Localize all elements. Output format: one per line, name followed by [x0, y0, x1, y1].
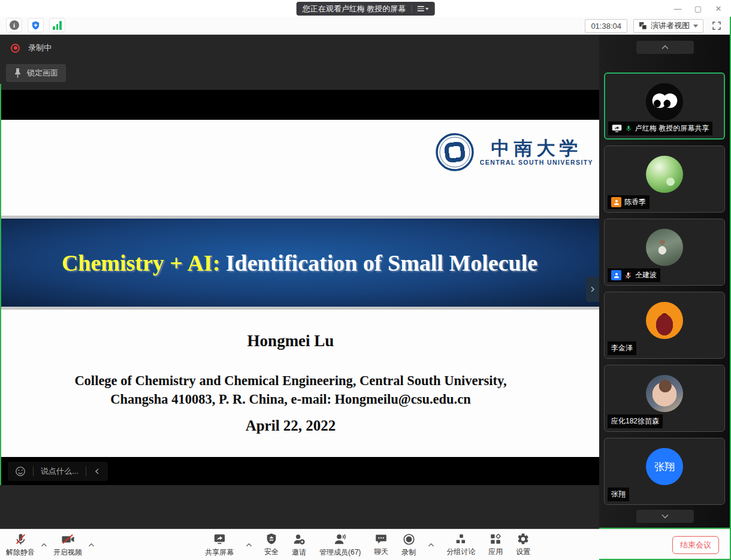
window-controls: — ▢ ✕ [667, 0, 729, 17]
view-mode-selector[interactable]: 演讲者视图 [633, 19, 703, 33]
collapse-chat-button[interactable] [93, 468, 101, 475]
participant-tile[interactable]: 卢红梅 教授的屏幕共享 [604, 72, 725, 140]
maximize-button[interactable]: ▢ [688, 0, 708, 17]
breakout-rooms-label: 分组讨论 [446, 547, 475, 557]
avatar [646, 156, 683, 193]
chat-button[interactable]: 聊天 [371, 529, 391, 560]
slide-title-banner: Chemistry + AI: Identification of Small … [0, 219, 599, 307]
affiliation-line1: College of Chemistry and Chemical Engine… [0, 371, 581, 390]
share-frame-left [0, 84, 1, 485]
member-badge-icon [611, 197, 621, 207]
mic-options-button[interactable] [40, 529, 49, 560]
chat-label: 聊天 [374, 547, 388, 557]
layout-icon [639, 22, 647, 30]
participant-name: 陈香季 [624, 197, 646, 207]
record-icon [402, 532, 416, 546]
participant-tile[interactable]: 李金泽 [604, 292, 725, 359]
affiliation-line2: Changsha 410083, P. R. China, e-mail: Ho… [0, 390, 581, 408]
breakout-rooms-button[interactable]: 分组讨论 [444, 529, 478, 560]
recording-dot-icon [11, 44, 20, 53]
manage-members-button[interactable]: 管理成员(67) [317, 529, 363, 560]
record-options-button[interactable] [427, 529, 436, 560]
manage-members-label: 管理成员(67) [319, 547, 361, 558]
share-screen-button[interactable]: 共享屏幕 [203, 529, 236, 560]
member-badge-icon [611, 270, 621, 280]
banner-menu-icon[interactable] [417, 6, 428, 11]
chat-input-placeholder[interactable]: 说点什么... [41, 466, 78, 477]
participants-panel: 卢红梅 教授的屏幕共享 陈香季 仝建波 [599, 35, 731, 529]
record-label: 录制 [401, 547, 416, 558]
shared-screen-area: 中南大学 CENTRAL SOUTH UNIVERSITY Chemistry … [0, 35, 599, 529]
fullscreen-button[interactable] [709, 19, 724, 33]
share-options-button[interactable] [244, 529, 253, 560]
scroll-up-button[interactable] [636, 41, 694, 54]
letterbox-bottom: 说点什么... [0, 457, 599, 485]
start-video-button[interactable]: 开启视频 [51, 529, 84, 560]
record-button[interactable]: 录制 [399, 529, 418, 560]
participant-name: 张翔 [611, 489, 626, 500]
mic-on-icon [625, 125, 632, 132]
recording-indicator: 录制中 [11, 43, 52, 53]
apps-button[interactable]: 应用 [486, 529, 505, 560]
avatar [646, 229, 683, 266]
slide-title-accent: Chemistry + AI: [62, 250, 220, 276]
chevron-up-icon [246, 543, 252, 547]
info-icon: i [10, 20, 19, 30]
divider [411, 5, 412, 13]
participant-tile[interactable]: 应化182徐苗森 [604, 365, 725, 432]
meeting-info-button[interactable]: i [6, 18, 22, 32]
share-screen-label: 共享屏幕 [205, 547, 234, 558]
security-button[interactable] [28, 18, 44, 32]
avatar-initials: 张翔 [654, 460, 675, 474]
chevron-right-icon [589, 286, 596, 293]
participant-name: 应化182徐苗森 [611, 416, 659, 426]
mic-muted-icon [624, 271, 632, 280]
security-toolbar-button[interactable]: 安全 [262, 529, 281, 560]
divider [86, 467, 86, 476]
slide-date: April 22, 2022 [0, 417, 581, 434]
video-options-button[interactable] [87, 529, 96, 560]
divider [33, 467, 34, 476]
fullscreen-icon [711, 20, 722, 31]
breakout-rooms-icon [454, 532, 467, 546]
presentation-slide: 中南大学 CENTRAL SOUTH UNIVERSITY Chemistry … [0, 120, 599, 457]
csu-name-cn: 中南大学 [491, 138, 582, 159]
panel-toggle-button[interactable] [586, 277, 599, 302]
members-icon [333, 532, 347, 546]
apps-label: 应用 [488, 547, 503, 557]
participant-tile[interactable]: 陈香季 [604, 146, 725, 213]
participant-name: 李金泽 [611, 343, 633, 353]
lock-view-label: 锁定画面 [27, 68, 58, 78]
csu-seal-icon [436, 133, 474, 171]
caret-down-icon [425, 8, 428, 10]
chevron-up-icon [41, 543, 47, 547]
end-meeting-button[interactable]: 结束会议 [672, 536, 719, 554]
share-screen-icon [213, 532, 226, 546]
participant-tile[interactable]: 仝建波 [604, 219, 725, 286]
recording-label: 录制中 [28, 43, 52, 53]
unmute-button[interactable]: 解除静音 [4, 529, 37, 560]
scroll-down-button[interactable] [636, 510, 694, 523]
unmute-label: 解除静音 [6, 547, 35, 558]
avatar [646, 375, 683, 412]
letterbox-top [0, 90, 599, 120]
avatar: 张翔 [646, 448, 683, 485]
minimize-button[interactable]: — [667, 0, 688, 17]
shield-icon [265, 532, 278, 546]
shield-plus-icon [31, 20, 41, 31]
participant-tile[interactable]: 张翔 张翔 [604, 438, 725, 505]
csu-name-en: CENTRAL SOUTH UNIVERSITY [480, 159, 593, 166]
emoji-button[interactable] [15, 466, 26, 477]
network-stats-button[interactable] [49, 18, 65, 32]
apps-icon [489, 532, 502, 546]
chat-bar: 说点什么... [8, 462, 108, 481]
gear-icon [516, 532, 530, 546]
chat-bubble-icon [374, 532, 388, 546]
invite-button[interactable]: 邀请 [289, 529, 309, 560]
mic-slash-icon [14, 532, 28, 546]
watching-banner[interactable]: 您正在观看卢红梅 教授的屏幕 [297, 2, 435, 16]
csu-logo: 中南大学 CENTRAL SOUTH UNIVERSITY [436, 133, 593, 171]
close-button[interactable]: ✕ [708, 0, 729, 17]
settings-button[interactable]: 设置 [513, 529, 533, 560]
lock-view-button[interactable]: 锁定画面 [6, 64, 66, 82]
